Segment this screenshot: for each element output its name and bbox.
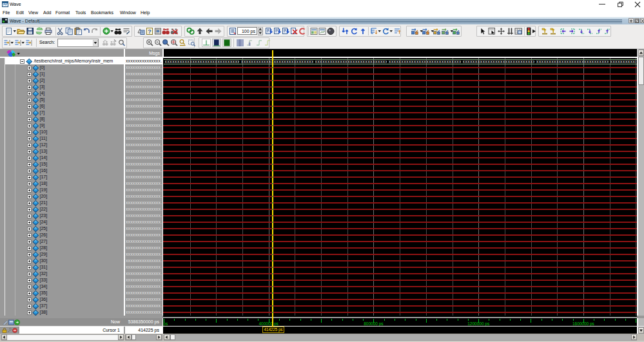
svg-text:?: ? <box>148 28 151 34</box>
